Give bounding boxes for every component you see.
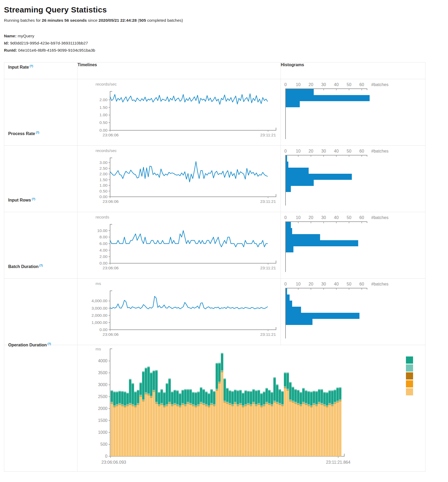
query-id-label: Id: [4, 41, 9, 45]
svg-text:20: 20 [309, 149, 313, 153]
query-runid-value: 04e101e6-8bf8-4165-9099-9104c951ba3b [18, 48, 95, 52]
batch-duration-timeline-cell: ms0.001,000.002,000.003,000.004,000.0023… [78, 279, 281, 345]
legend-swatch-dark_orange [406, 372, 413, 380]
svg-text:10: 10 [296, 149, 301, 153]
input-rate-histogram-chart: 0102030405060#batches [281, 79, 425, 145]
svg-text:50: 50 [347, 82, 351, 87]
svg-text:6.00: 6.00 [99, 241, 108, 246]
svg-text:records/sec: records/sec [96, 82, 117, 86]
svg-text:0.00: 0.00 [99, 261, 108, 265]
svg-text:23:11:21.864: 23:11:21.864 [326, 460, 350, 465]
svg-text:23:11:21: 23:11:21 [260, 133, 276, 137]
svg-text:10: 10 [296, 282, 301, 286]
svg-text:30: 30 [321, 149, 326, 153]
legend-swatch-teal [406, 356, 413, 364]
svg-text:60: 60 [359, 282, 364, 286]
svg-text:20: 20 [309, 82, 313, 87]
page-title: Streaming Query Statistics [4, 5, 444, 14]
svg-text:3500: 3500 [98, 371, 107, 375]
svg-text:1500: 1500 [98, 418, 107, 423]
svg-text:ms: ms [96, 347, 101, 351]
histograms-column-header: Histograms [281, 63, 426, 79]
timelines-column-header: Timelines [78, 63, 281, 79]
summary-suffix: completed batches) [146, 18, 183, 23]
svg-text:3,000.00: 3,000.00 [92, 306, 108, 310]
svg-text:0: 0 [284, 82, 287, 87]
svg-text:0: 0 [284, 149, 287, 153]
svg-text:2.00: 2.00 [99, 97, 108, 102]
svg-text:#batches: #batches [371, 215, 388, 220]
query-meta: Name: myQuery Id: 9d0dd219-995d-423e-b97… [4, 32, 444, 54]
metric-label-input-rows: Input Rows(?) [8, 198, 35, 203]
process-rate-histogram-chart: 0102030405060#batches [281, 146, 425, 212]
process-rate-row: Process Rate(?) records/sec0.000.501.001… [4, 146, 426, 212]
svg-text:#batches: #batches [371, 282, 388, 286]
operation-duration-row: Operation Duration(?) ms0500100015002000… [4, 345, 426, 472]
input-rate-timeline-cell: records/sec0.000.501.001.502.0023:06:062… [78, 79, 281, 146]
summary-mid: since [87, 18, 99, 23]
svg-text:1.00: 1.00 [99, 113, 108, 117]
svg-text:23:06:06: 23:06:06 [103, 266, 119, 270]
svg-text:23:11:21: 23:11:21 [260, 199, 276, 204]
batch-duration-timeline-chart: ms0.001,000.002,000.003,000.004,000.0023… [78, 279, 280, 345]
help-icon[interactable]: (?) [36, 131, 39, 134]
query-runid-label: RunId: [4, 48, 17, 52]
input-rate-histogram-cell: 0102030405060#batches [281, 79, 426, 146]
svg-text:2.00: 2.00 [99, 172, 108, 176]
help-icon[interactable]: (?) [48, 342, 51, 345]
operation-duration-label-cell: Operation Duration(?) [4, 345, 78, 472]
svg-text:ms: ms [96, 281, 101, 286]
svg-text:records: records [96, 215, 109, 219]
input-rows-timeline-chart: records0.002.004.006.008.0010.0023:06:06… [78, 212, 280, 278]
query-runid-line: RunId: 04e101e6-8bf8-4165-9099-9104c951b… [4, 47, 444, 54]
svg-text:1,000.00: 1,000.00 [92, 320, 108, 325]
help-icon[interactable]: (?) [32, 198, 35, 200]
svg-text:0.00: 0.00 [99, 128, 108, 132]
operation-duration-stacked-chart: ms0500100015002000250030003500400023:06:… [78, 345, 425, 471]
svg-text:1.50: 1.50 [99, 105, 108, 110]
svg-text:40: 40 [334, 149, 339, 153]
svg-text:1.50: 1.50 [99, 177, 108, 182]
help-icon[interactable]: (?) [30, 65, 33, 68]
legend-swatch-light_teal [406, 364, 413, 372]
legend-swatch-light_orange [406, 388, 413, 395]
batch-duration-label-cell: Batch Duration(?) [4, 279, 78, 345]
metric-label-batch-duration: Batch Duration(?) [8, 264, 43, 269]
input-rows-histogram-cell: 0102030405060#batches [281, 212, 426, 279]
metric-label-operation-duration: Operation Duration(?) [8, 342, 51, 347]
svg-text:30: 30 [321, 215, 326, 220]
svg-text:2000: 2000 [98, 406, 107, 411]
svg-text:4,000.00: 4,000.00 [92, 298, 108, 303]
svg-text:#batches: #batches [371, 149, 388, 153]
query-name-value: myQuery [18, 34, 34, 38]
summary-prefix: Running batches for [4, 18, 42, 23]
input-rate-row: Input Rate(?) records/sec0.000.501.001.5… [4, 79, 426, 146]
batch-duration-row: Batch Duration(?) ms0.001,000.002,000.00… [4, 279, 426, 345]
help-icon[interactable]: (?) [39, 264, 43, 267]
process-rate-histogram-cell: 0102030405060#batches [281, 146, 426, 212]
svg-text:50: 50 [347, 215, 351, 220]
svg-text:500: 500 [100, 442, 107, 447]
process-rate-timeline-chart: records/sec0.000.501.001.502.002.503.002… [78, 146, 280, 212]
svg-text:23:11:21: 23:11:21 [260, 332, 276, 337]
svg-text:0: 0 [105, 454, 107, 458]
svg-text:10.00: 10.00 [97, 228, 107, 233]
query-id-value: 9d0dd219-995d-423e-b97d-36931110bb27 [10, 41, 88, 45]
start-timestamp: 2020/05/21 22:44:28 [99, 18, 137, 23]
batch-duration-histogram-chart: 0102030405060#batches [281, 279, 425, 345]
svg-text:23:06:06: 23:06:06 [103, 332, 119, 337]
metric-label-process-rate: Process Rate(?) [8, 131, 39, 136]
svg-text:0.00: 0.00 [99, 194, 108, 199]
svg-text:2.50: 2.50 [99, 166, 108, 171]
svg-text:0: 0 [284, 215, 287, 220]
svg-text:0: 0 [284, 282, 287, 286]
svg-text:2500: 2500 [98, 394, 107, 399]
svg-text:23:06:06.093: 23:06:06.093 [101, 460, 126, 465]
svg-text:0.50: 0.50 [99, 189, 108, 193]
input-rate-timeline-chart: records/sec0.000.501.001.502.0023:06:062… [78, 79, 280, 145]
svg-text:0.50: 0.50 [99, 120, 108, 125]
running-batches-summary: Running batches for 26 minutes 56 second… [4, 18, 444, 23]
completed-batches-count: 505 [139, 18, 146, 23]
batch-duration-histogram-cell: 0102030405060#batches [281, 279, 426, 345]
svg-text:30: 30 [321, 82, 326, 87]
